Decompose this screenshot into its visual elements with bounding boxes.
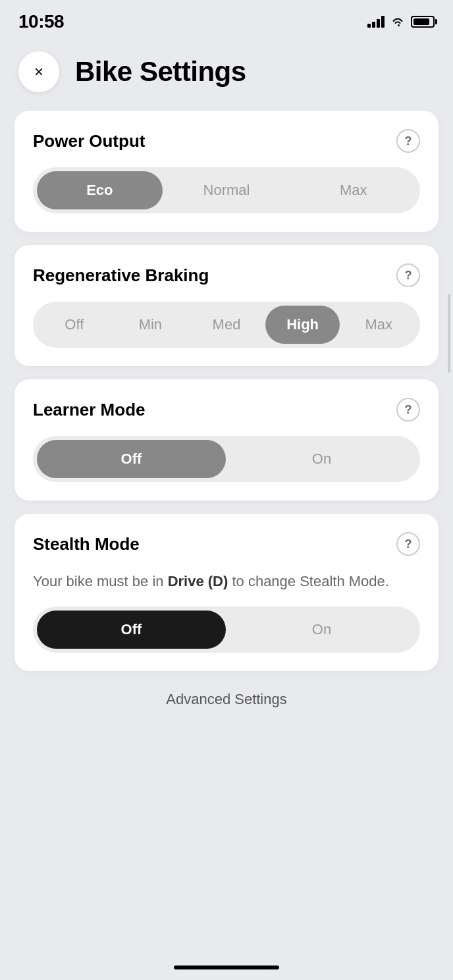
stealth-drive-bold: Drive (D) <box>168 573 228 589</box>
regen-off[interactable]: Off <box>37 306 112 344</box>
stealth-mode-header: Stealth Mode ? <box>33 532 420 556</box>
regen-braking-title: Regenerative Braking <box>33 265 209 286</box>
stealth-on[interactable]: On <box>227 611 416 649</box>
status-icons <box>367 16 435 28</box>
regen-med[interactable]: Med <box>189 306 264 344</box>
stealth-mode-description: Your bike must be in Drive (D) to change… <box>33 570 420 592</box>
stealth-mode-card: Stealth Mode ? Your bike must be in Driv… <box>14 514 439 671</box>
cards-container: Power Output ? Eco Normal Max Regenerati… <box>0 111 453 671</box>
regen-braking-header: Regenerative Braking ? <box>33 263 420 287</box>
power-output-card: Power Output ? Eco Normal Max <box>14 111 439 232</box>
close-button[interactable]: × <box>18 51 59 92</box>
page-title: Bike Settings <box>75 56 246 88</box>
power-output-max[interactable]: Max <box>290 171 416 209</box>
learner-on[interactable]: On <box>227 440 416 478</box>
power-output-eco[interactable]: Eco <box>37 171 163 209</box>
battery-icon <box>411 16 435 28</box>
scroll-indicator <box>448 294 450 373</box>
learner-mode-card: Learner Mode ? Off On <box>14 379 439 501</box>
power-output-normal[interactable]: Normal <box>164 171 290 209</box>
home-indicator <box>174 966 279 969</box>
power-output-title: Power Output <box>33 131 145 151</box>
regen-braking-card: Regenerative Braking ? Off Min Med High … <box>14 245 439 366</box>
header: × Bike Settings <box>0 38 453 111</box>
stealth-mode-title: Stealth Mode <box>33 534 140 555</box>
learner-mode-header: Learner Mode ? <box>33 398 420 422</box>
regen-braking-help-button[interactable]: ? <box>396 263 420 287</box>
stealth-mode-help-button[interactable]: ? <box>396 532 420 556</box>
learner-mode-control: Off On <box>33 436 420 482</box>
stealth-mode-control: Off On <box>33 607 420 653</box>
learner-mode-title: Learner Mode <box>33 400 146 420</box>
power-output-control: Eco Normal Max <box>33 167 420 213</box>
regen-braking-control: Off Min Med High Max <box>33 302 420 348</box>
stealth-off[interactable]: Off <box>37 611 226 649</box>
wifi-icon <box>390 16 406 28</box>
status-time: 10:58 <box>18 11 64 32</box>
signal-icon <box>367 16 385 28</box>
regen-high[interactable]: High <box>265 306 340 344</box>
learner-mode-help-button[interactable]: ? <box>396 398 420 422</box>
regen-max[interactable]: Max <box>341 306 416 344</box>
regen-min[interactable]: Min <box>113 306 188 344</box>
learner-off[interactable]: Off <box>37 440 226 478</box>
status-bar: 10:58 <box>0 0 453 38</box>
power-output-help-button[interactable]: ? <box>396 129 420 153</box>
power-output-header: Power Output ? <box>33 129 420 153</box>
advanced-settings-link[interactable]: Advanced Settings <box>0 671 453 721</box>
